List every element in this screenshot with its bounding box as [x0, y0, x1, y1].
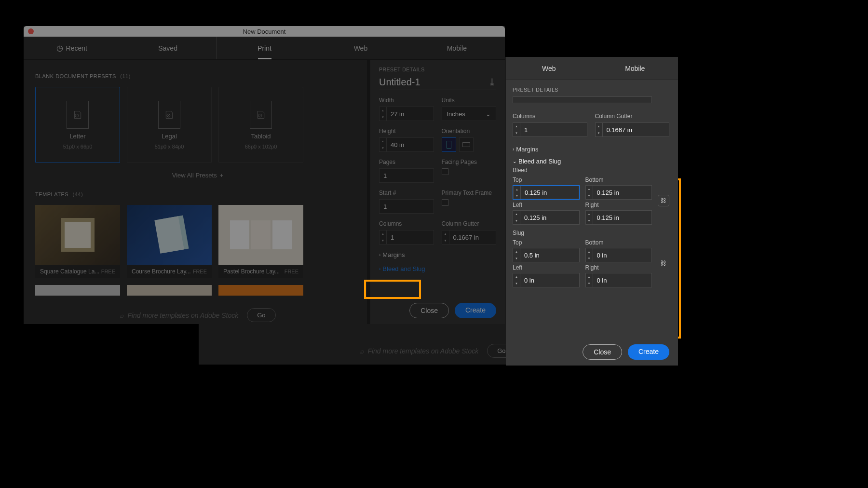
slug-right-input[interactable]: ▲▼ 0 in [585, 273, 652, 287]
gutter-input-2[interactable]: ▲▼ 0.1667 in [595, 122, 670, 137]
start-input[interactable]: 1 [379, 199, 434, 214]
template-card[interactable] [218, 285, 303, 296]
stepper-up-icon[interactable]: ▲ [586, 273, 593, 280]
stepper-down-icon[interactable]: ▼ [513, 217, 520, 224]
slug-left-input[interactable]: ▲▼ 0 in [513, 273, 580, 287]
bleed-slug-section[interactable]: › Bleed and Slug [379, 265, 496, 272]
bleed-right-input[interactable]: ▲▼ 0.125 in [585, 210, 652, 225]
stepper-up-icon[interactable]: ▲ [514, 186, 520, 192]
document-name-input[interactable]: Untitled-1 [379, 77, 420, 88]
tab-saved[interactable]: Saved [120, 37, 216, 59]
slug-top-input[interactable]: ▲▼ 0.5 in [513, 248, 580, 262]
orientation-portrait[interactable] [442, 137, 456, 152]
facing-pages-checkbox[interactable] [442, 168, 448, 175]
template-thumbnail [218, 285, 303, 296]
preset-tabloid[interactable]: Tabloid 66p0 x 102p0 [218, 87, 303, 163]
stepper-up-icon[interactable]: ▲ [513, 123, 520, 130]
stepper-up-icon[interactable]: ▲ [586, 186, 593, 192]
bleed-left-input[interactable]: ▲▼ 0.125 in [513, 210, 580, 225]
columns-label: Columns [379, 220, 434, 227]
preset-name: Legal [162, 133, 177, 140]
page-icon [67, 101, 89, 129]
close-button[interactable]: Close [409, 303, 449, 318]
stepper-up-icon[interactable]: ▲ [442, 230, 449, 237]
gutter-input[interactable]: ▲▼ 0.1667 in [442, 230, 497, 244]
preset-details-heading-2: PRESET DETAILS [513, 87, 669, 93]
stepper-up-icon[interactable]: ▲ [513, 273, 520, 280]
slug-top-label: Top [513, 239, 580, 246]
stepper-up-icon[interactable]: ▲ [380, 230, 386, 237]
stepper-up-icon[interactable]: ▲ [596, 123, 602, 130]
category-tabs-2: Web Mobile [506, 57, 678, 80]
unlink-slug-icon[interactable]: ⛓ [658, 258, 669, 269]
stepper-down-icon[interactable]: ▼ [513, 130, 520, 136]
stepper-down-icon[interactable]: ▼ [586, 280, 593, 287]
tab-mobile-2[interactable]: Mobile [592, 57, 678, 80]
stepper-down-icon[interactable]: ▼ [380, 145, 386, 151]
preset-legal[interactable]: Legal 51p0 x 84p0 [127, 87, 212, 163]
bleed-bottom-input[interactable]: ▲▼ 0.125 in [585, 185, 652, 200]
stepper-down-icon[interactable]: ▼ [514, 192, 520, 199]
columns-input-2[interactable]: ▲▼ 1 [513, 122, 587, 137]
units-dropdown[interactable]: Inches ⌄ [442, 107, 497, 121]
margins-section-2[interactable]: › Margins [513, 146, 669, 153]
bleed-top-input[interactable]: ▲▼ 0.125 in [513, 185, 580, 200]
close-button-2[interactable]: Close [583, 344, 622, 360]
create-button-2[interactable]: Create [628, 344, 669, 360]
presets-count: (11) [120, 73, 131, 79]
stepper-down-icon[interactable]: ▼ [513, 280, 520, 287]
stepper-down-icon[interactable]: ▼ [380, 114, 386, 121]
stepper-down-icon[interactable]: ▼ [380, 237, 386, 244]
tab-print[interactable]: Print [217, 37, 312, 59]
save-preset-icon[interactable]: ⤓ [488, 76, 496, 88]
columns-input[interactable]: ▲▼ 1 [379, 230, 434, 244]
go-button[interactable]: Go [247, 308, 275, 322]
stepper-up-icon[interactable]: ▲ [513, 211, 520, 217]
bleed-bottom-label: Bottom [585, 176, 652, 183]
template-name: Course Brochure Lay... [132, 268, 191, 275]
template-card[interactable]: Square Catalogue La...FREE [35, 205, 120, 278]
stepper-up-icon[interactable]: ▲ [586, 248, 593, 255]
height-input[interactable]: ▲▼ 40 in [379, 137, 434, 152]
slug-bottom-input[interactable]: ▲▼ 0 in [585, 248, 652, 262]
template-card[interactable] [35, 285, 120, 296]
stepper-down-icon[interactable]: ▼ [586, 217, 593, 224]
stock-search-text: ⌕ Find more templates on Adobe Stock [120, 312, 238, 319]
stepper-down-icon[interactable]: ▼ [586, 192, 593, 199]
template-thumbnail [35, 285, 120, 296]
primary-text-frame-label: Primary Text Frame [442, 190, 497, 196]
create-button[interactable]: Create [455, 303, 496, 318]
view-all-presets[interactable]: View All Presets + [35, 172, 360, 179]
template-card[interactable]: Course Brochure Lay...FREE [127, 205, 212, 278]
link-bleed-icon[interactable]: ⛓ [658, 195, 669, 206]
titlebar: New Document [24, 26, 505, 37]
margins-section[interactable]: › Margins [379, 251, 496, 258]
preset-letter[interactable]: Letter 51p0 x 66p0 [35, 87, 120, 163]
width-input[interactable]: ▲▼ 27 in [379, 107, 434, 121]
stepper-down-icon[interactable]: ▼ [513, 255, 520, 262]
stepper-up-icon[interactable]: ▲ [513, 248, 520, 255]
template-card[interactable]: Pastel Brochure Lay...FREE [218, 205, 303, 278]
chevron-right-icon: › [379, 252, 380, 258]
stepper-down-icon[interactable]: ▼ [586, 255, 593, 262]
pages-input[interactable]: 1 [379, 168, 434, 183]
preset-details-panel-expanded: Web Mobile PRESET DETAILS Columns ▲▼ 1 C… [506, 57, 678, 366]
stepper-up-icon[interactable]: ▲ [380, 107, 386, 114]
tab-mobile[interactable]: Mobile [409, 37, 505, 59]
template-thumbnail [35, 205, 120, 265]
slug-heading: Slug [513, 230, 669, 236]
facing-pages-label: Facing Pages [442, 159, 497, 165]
orientation-landscape[interactable] [459, 137, 474, 152]
preset-dimensions: 66p0 x 102p0 [245, 144, 277, 149]
stepper-down-icon[interactable]: ▼ [442, 237, 449, 244]
truncated-field [513, 96, 652, 103]
tab-web-2[interactable]: Web [506, 57, 592, 80]
stepper-up-icon[interactable]: ▲ [380, 138, 386, 145]
tab-web[interactable]: Web [312, 37, 408, 59]
bleed-slug-section-expanded[interactable]: ⌄ Bleed and Slug [513, 158, 669, 165]
template-card[interactable] [127, 285, 212, 296]
tab-recent[interactable]: ◷ Recent [24, 37, 120, 59]
stepper-up-icon[interactable]: ▲ [586, 211, 593, 217]
primary-text-frame-checkbox[interactable] [442, 199, 448, 206]
stepper-down-icon[interactable]: ▼ [596, 130, 602, 136]
